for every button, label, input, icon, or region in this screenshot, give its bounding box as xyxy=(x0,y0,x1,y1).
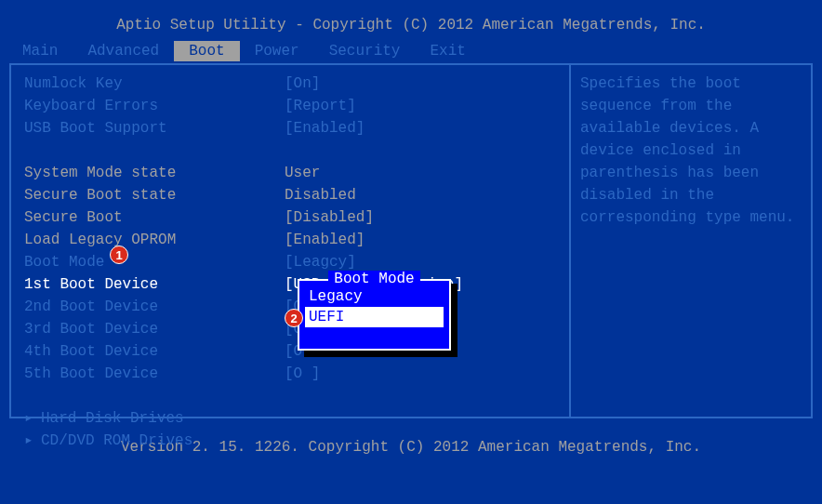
settings-panel: Numlock Key [On] Keyboard Errors [Report… xyxy=(9,63,571,418)
info-secure-boot-state: Secure Boot state Disabled xyxy=(24,184,556,206)
boot-mode-popup: Boot Mode Legacy UEFI xyxy=(298,279,451,351)
setting-1st-boot-device[interactable]: 1st Boot Device [USB Storage Device] xyxy=(24,273,556,296)
setting-value: User xyxy=(285,162,556,184)
setting-label: Secure Boot xyxy=(24,206,285,229)
popup-option-uefi[interactable]: UEFI xyxy=(305,307,444,327)
arrow-icon: ▸ xyxy=(24,430,41,452)
submenu-label: CD/DVD ROM Drives xyxy=(41,432,192,449)
spacer xyxy=(24,139,556,162)
tab-boot[interactable]: Boot xyxy=(174,41,239,61)
popup-items: Legacy UEFI xyxy=(299,281,449,333)
annotation-badge-1: 1 xyxy=(110,245,128,264)
setting-label: 5th Boot Device xyxy=(24,363,285,385)
main-area: Numlock Key [On] Keyboard Errors [Report… xyxy=(9,63,813,418)
setting-5th-boot-device[interactable]: 5th Boot Device [O ] xyxy=(24,363,556,385)
submenu-label: Hard Disk Drives xyxy=(41,410,184,427)
setting-label: Numlock Key xyxy=(24,73,285,95)
help-panel: Specifies the boot sequence from the ava… xyxy=(571,63,813,418)
info-system-mode: System Mode state User xyxy=(24,162,556,184)
setting-label: Keyboard Errors xyxy=(24,95,285,117)
setting-label: 2nd Boot Device xyxy=(24,296,285,318)
submenu-cd-dvd-rom-drives[interactable]: ▸CD/DVD ROM Drives xyxy=(24,430,556,452)
setting-keyboard-errors[interactable]: Keyboard Errors [Report] xyxy=(24,95,556,117)
setting-secure-boot: Secure Boot [Disabled] xyxy=(24,206,556,229)
tab-security[interactable]: Security xyxy=(314,41,416,61)
setting-value: [Disabled] xyxy=(285,206,556,229)
tab-exit[interactable]: Exit xyxy=(415,41,480,61)
setting-value: [Report] xyxy=(285,95,556,117)
arrow-icon: ▸ xyxy=(24,407,41,430)
setting-usb-boot[interactable]: USB Boot Support [Enabled] xyxy=(24,117,556,139)
setting-4th-boot-device[interactable]: 4th Boot Device [O xyxy=(24,340,556,363)
help-text: Specifies the boot sequence from the ava… xyxy=(580,73,802,229)
setting-label: Boot Mode xyxy=(24,251,285,273)
setting-label: 4th Boot Device xyxy=(24,340,285,363)
setting-value: [Enabled] xyxy=(285,229,556,251)
annotation-badge-2: 2 xyxy=(285,309,303,327)
bios-header: Aptio Setup Utility - Copyright (C) 2012… xyxy=(0,0,822,41)
tab-main[interactable]: Main xyxy=(7,41,73,61)
menu-tabs: Main Advanced Boot Power Security Exit xyxy=(0,41,822,63)
spacer xyxy=(24,385,556,407)
setting-boot-mode[interactable]: Boot Mode [Leagcy] xyxy=(24,251,556,273)
setting-label: USB Boot Support xyxy=(24,117,285,139)
tab-power[interactable]: Power xyxy=(240,41,314,61)
setting-load-legacy-oprom: Load Legacy OPROM [Enabled] xyxy=(24,229,556,251)
popup-title: Boot Mode xyxy=(299,271,449,287)
setting-label: Load Legacy OPROM xyxy=(24,229,285,251)
submenu-hard-disk-drives[interactable]: ▸Hard Disk Drives xyxy=(24,407,556,430)
setting-label: System Mode state xyxy=(24,162,285,184)
setting-label: 3rd Boot Device xyxy=(24,318,285,340)
setting-value: [Enabled] xyxy=(285,117,556,139)
popup-option-legacy[interactable]: Legacy xyxy=(305,286,444,307)
setting-value: [On] xyxy=(285,73,556,95)
setting-label: 1st Boot Device xyxy=(24,273,285,296)
tab-advanced[interactable]: Advanced xyxy=(73,41,174,61)
setting-label: Secure Boot state xyxy=(24,184,285,206)
setting-numlock[interactable]: Numlock Key [On] xyxy=(24,73,556,95)
setting-value: Disabled xyxy=(285,184,556,206)
setting-value: [O ] xyxy=(285,363,556,385)
